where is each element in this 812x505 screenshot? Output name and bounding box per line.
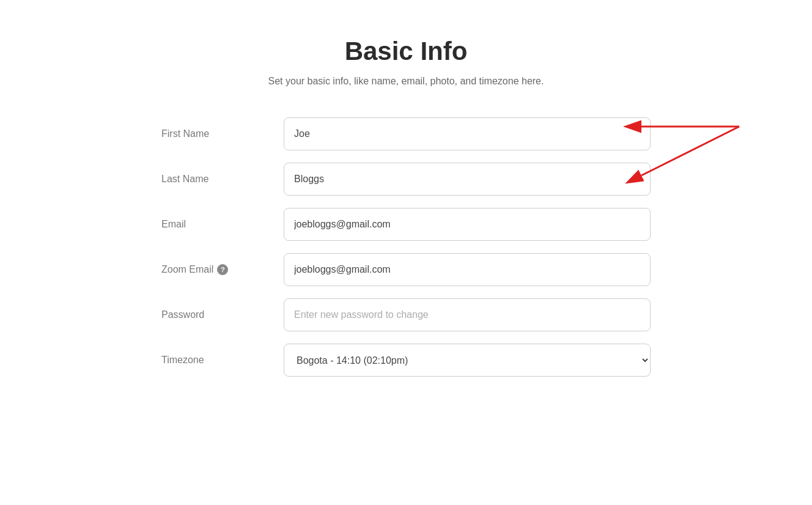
zoom-email-row: Zoom Email ?: [161, 253, 651, 286]
zoom-email-label: Zoom Email ?: [161, 264, 284, 275]
email-input[interactable]: [284, 208, 651, 241]
first-name-label: First Name: [161, 128, 284, 139]
password-row: Password: [161, 298, 651, 331]
last-name-input[interactable]: [284, 163, 651, 196]
last-name-label: Last Name: [161, 174, 284, 185]
page-subtitle: Set your basic info, like name, email, p…: [268, 76, 544, 87]
first-name-input[interactable]: [284, 117, 651, 150]
zoom-email-help-icon[interactable]: ?: [217, 264, 228, 275]
svg-line-3: [641, 127, 739, 175]
password-input[interactable]: [284, 298, 651, 331]
email-row: Email: [161, 208, 651, 241]
annotation-arrows: [635, 108, 764, 206]
password-label: Password: [161, 309, 284, 320]
email-label: Email: [161, 219, 284, 230]
last-name-row: Last Name: [161, 163, 651, 196]
timezone-row: Timezone Bogota - 14:10 (02:10pm) UTC - …: [161, 344, 651, 377]
timezone-label: Timezone: [161, 355, 284, 366]
page-container: Basic Info Set your basic info, like nam…: [0, 0, 812, 413]
zoom-email-input[interactable]: [284, 253, 651, 286]
first-name-row: First Name: [161, 117, 651, 150]
timezone-select[interactable]: Bogota - 14:10 (02:10pm) UTC - 19:10 (07…: [284, 344, 651, 377]
form-container: First Name: [161, 117, 651, 389]
page-title: Basic Info: [345, 37, 468, 66]
